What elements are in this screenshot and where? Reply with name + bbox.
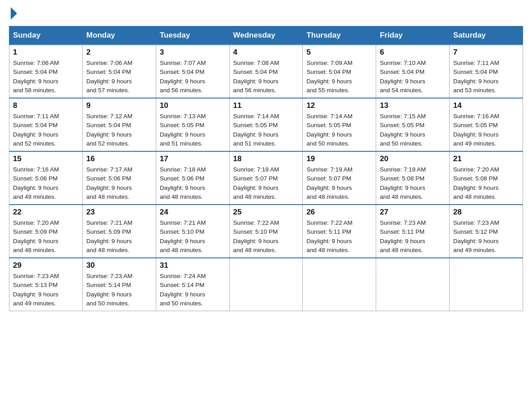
calendar-week-row: 29 Sunrise: 7:23 AMSunset: 5:13 PMDaylig… bbox=[9, 258, 523, 311]
calendar-cell: 23 Sunrise: 7:21 AMSunset: 5:09 PMDaylig… bbox=[82, 205, 156, 258]
day-info: Sunrise: 7:21 AMSunset: 5:10 PMDaylight:… bbox=[160, 218, 226, 255]
day-info: Sunrise: 7:11 AMSunset: 5:04 PMDaylight:… bbox=[453, 59, 519, 95]
calendar-cell: 22 Sunrise: 7:20 AMSunset: 5:09 PMDaylig… bbox=[9, 205, 83, 258]
day-info: Sunrise: 7:20 AMSunset: 5:09 PMDaylight:… bbox=[13, 218, 79, 255]
calendar-cell: 12 Sunrise: 7:14 AMSunset: 5:05 PMDaylig… bbox=[303, 98, 376, 151]
calendar-week-row: 15 Sunrise: 7:16 AMSunset: 5:06 PMDaylig… bbox=[9, 151, 523, 205]
calendar-cell: 14 Sunrise: 7:16 AMSunset: 5:05 PMDaylig… bbox=[450, 98, 523, 151]
day-info: Sunrise: 7:19 AMSunset: 5:08 PMDaylight:… bbox=[380, 165, 446, 201]
day-number: 23 bbox=[86, 208, 152, 217]
calendar-cell: 28 Sunrise: 7:23 AMSunset: 5:12 PMDaylig… bbox=[450, 205, 523, 258]
day-info: Sunrise: 7:18 AMSunset: 5:07 PMDaylight:… bbox=[233, 165, 299, 201]
calendar-cell: 3 Sunrise: 7:07 AMSunset: 5:04 PMDayligh… bbox=[156, 45, 229, 98]
logo-arrow-icon bbox=[11, 7, 17, 20]
calendar-cell: 29 Sunrise: 7:23 AMSunset: 5:13 PMDaylig… bbox=[9, 258, 83, 311]
day-info: Sunrise: 7:23 AMSunset: 5:14 PMDaylight:… bbox=[86, 272, 152, 308]
logo bbox=[9, 9, 17, 17]
day-info: Sunrise: 7:20 AMSunset: 5:08 PMDaylight:… bbox=[453, 165, 519, 201]
day-info: Sunrise: 7:08 AMSunset: 5:04 PMDaylight:… bbox=[233, 59, 299, 95]
day-info: Sunrise: 7:23 AMSunset: 5:13 PMDaylight:… bbox=[13, 272, 79, 308]
calendar-cell: 21 Sunrise: 7:20 AMSunset: 5:08 PMDaylig… bbox=[450, 151, 523, 205]
day-number: 4 bbox=[233, 48, 299, 57]
calendar-cell bbox=[229, 258, 303, 311]
col-header-friday: Friday bbox=[376, 26, 450, 45]
calendar-cell: 31 Sunrise: 7:24 AMSunset: 5:14 PMDaylig… bbox=[156, 258, 229, 311]
day-info: Sunrise: 7:22 AMSunset: 5:10 PMDaylight:… bbox=[233, 218, 299, 255]
calendar-cell: 27 Sunrise: 7:23 AMSunset: 5:11 PMDaylig… bbox=[376, 205, 450, 258]
calendar-cell: 10 Sunrise: 7:13 AMSunset: 5:05 PMDaylig… bbox=[156, 98, 229, 151]
calendar-cell bbox=[376, 258, 450, 311]
col-header-thursday: Thursday bbox=[303, 26, 376, 45]
day-number: 9 bbox=[86, 101, 152, 110]
calendar-cell: 18 Sunrise: 7:18 AMSunset: 5:07 PMDaylig… bbox=[229, 151, 303, 205]
day-info: Sunrise: 7:12 AMSunset: 5:04 PMDaylight:… bbox=[86, 112, 152, 148]
day-number: 6 bbox=[380, 48, 446, 57]
calendar-cell: 25 Sunrise: 7:22 AMSunset: 5:10 PMDaylig… bbox=[229, 205, 303, 258]
calendar-week-row: 8 Sunrise: 7:11 AMSunset: 5:04 PMDayligh… bbox=[9, 98, 523, 151]
day-number: 13 bbox=[380, 101, 446, 110]
day-number: 30 bbox=[86, 261, 152, 270]
calendar-cell: 2 Sunrise: 7:06 AMSunset: 5:04 PMDayligh… bbox=[82, 45, 156, 98]
col-header-wednesday: Wednesday bbox=[229, 26, 303, 45]
col-header-saturday: Saturday bbox=[450, 26, 523, 45]
day-info: Sunrise: 7:06 AMSunset: 5:04 PMDaylight:… bbox=[86, 59, 152, 95]
day-number: 19 bbox=[306, 154, 372, 163]
day-info: Sunrise: 7:14 AMSunset: 5:05 PMDaylight:… bbox=[233, 112, 299, 148]
day-info: Sunrise: 7:10 AMSunset: 5:04 PMDaylight:… bbox=[380, 59, 446, 95]
day-number: 21 bbox=[453, 154, 519, 163]
day-number: 3 bbox=[160, 48, 226, 57]
calendar-week-row: 22 Sunrise: 7:20 AMSunset: 5:09 PMDaylig… bbox=[9, 205, 523, 258]
calendar-cell bbox=[303, 258, 376, 311]
day-number: 20 bbox=[380, 154, 446, 163]
day-number: 12 bbox=[306, 101, 372, 110]
day-number: 14 bbox=[453, 101, 519, 110]
calendar-cell: 15 Sunrise: 7:16 AMSunset: 5:06 PMDaylig… bbox=[9, 151, 83, 205]
page-header bbox=[9, 9, 523, 17]
day-info: Sunrise: 7:23 AMSunset: 5:12 PMDaylight:… bbox=[453, 218, 519, 255]
day-info: Sunrise: 7:16 AMSunset: 5:05 PMDaylight:… bbox=[453, 112, 519, 148]
day-info: Sunrise: 7:23 AMSunset: 5:11 PMDaylight:… bbox=[380, 218, 446, 255]
day-info: Sunrise: 7:09 AMSunset: 5:04 PMDaylight:… bbox=[306, 59, 372, 95]
day-info: Sunrise: 7:17 AMSunset: 5:06 PMDaylight:… bbox=[86, 165, 152, 201]
col-header-monday: Monday bbox=[82, 26, 156, 45]
day-number: 7 bbox=[453, 48, 519, 57]
day-info: Sunrise: 7:11 AMSunset: 5:04 PMDaylight:… bbox=[13, 112, 79, 148]
calendar-cell: 8 Sunrise: 7:11 AMSunset: 5:04 PMDayligh… bbox=[9, 98, 83, 151]
day-number: 22 bbox=[13, 208, 79, 217]
calendar-cell: 24 Sunrise: 7:21 AMSunset: 5:10 PMDaylig… bbox=[156, 205, 229, 258]
calendar-cell: 17 Sunrise: 7:18 AMSunset: 5:06 PMDaylig… bbox=[156, 151, 229, 205]
calendar-cell bbox=[450, 258, 523, 311]
day-number: 27 bbox=[380, 208, 446, 217]
calendar-header-row: SundayMondayTuesdayWednesdayThursdayFrid… bbox=[9, 26, 523, 45]
col-header-tuesday: Tuesday bbox=[156, 26, 229, 45]
calendar-cell: 30 Sunrise: 7:23 AMSunset: 5:14 PMDaylig… bbox=[82, 258, 156, 311]
day-number: 1 bbox=[13, 48, 79, 57]
day-info: Sunrise: 7:15 AMSunset: 5:05 PMDaylight:… bbox=[380, 112, 446, 148]
day-number: 11 bbox=[233, 101, 299, 110]
day-number: 29 bbox=[13, 261, 79, 270]
calendar-cell: 6 Sunrise: 7:10 AMSunset: 5:04 PMDayligh… bbox=[376, 45, 450, 98]
calendar-cell: 5 Sunrise: 7:09 AMSunset: 5:04 PMDayligh… bbox=[303, 45, 376, 98]
day-number: 28 bbox=[453, 208, 519, 217]
day-number: 18 bbox=[233, 154, 299, 163]
calendar-cell: 26 Sunrise: 7:22 AMSunset: 5:11 PMDaylig… bbox=[303, 205, 376, 258]
day-info: Sunrise: 7:18 AMSunset: 5:06 PMDaylight:… bbox=[160, 165, 226, 201]
day-number: 26 bbox=[306, 208, 372, 217]
calendar-cell: 9 Sunrise: 7:12 AMSunset: 5:04 PMDayligh… bbox=[82, 98, 156, 151]
day-number: 17 bbox=[160, 154, 226, 163]
calendar-cell: 11 Sunrise: 7:14 AMSunset: 5:05 PMDaylig… bbox=[229, 98, 303, 151]
day-info: Sunrise: 7:06 AMSunset: 5:04 PMDaylight:… bbox=[13, 59, 79, 95]
calendar-week-row: 1 Sunrise: 7:06 AMSunset: 5:04 PMDayligh… bbox=[9, 45, 523, 98]
calendar-cell: 19 Sunrise: 7:19 AMSunset: 5:07 PMDaylig… bbox=[303, 151, 376, 205]
day-number: 2 bbox=[86, 48, 152, 57]
day-number: 16 bbox=[86, 154, 152, 163]
calendar-table: SundayMondayTuesdayWednesdayThursdayFrid… bbox=[9, 26, 523, 311]
day-info: Sunrise: 7:13 AMSunset: 5:05 PMDaylight:… bbox=[160, 112, 226, 148]
day-info: Sunrise: 7:21 AMSunset: 5:09 PMDaylight:… bbox=[86, 218, 152, 255]
day-number: 24 bbox=[160, 208, 226, 217]
day-number: 5 bbox=[306, 48, 372, 57]
day-number: 31 bbox=[160, 261, 226, 270]
calendar-cell: 13 Sunrise: 7:15 AMSunset: 5:05 PMDaylig… bbox=[376, 98, 450, 151]
day-number: 8 bbox=[13, 101, 79, 110]
col-header-sunday: Sunday bbox=[9, 26, 83, 45]
